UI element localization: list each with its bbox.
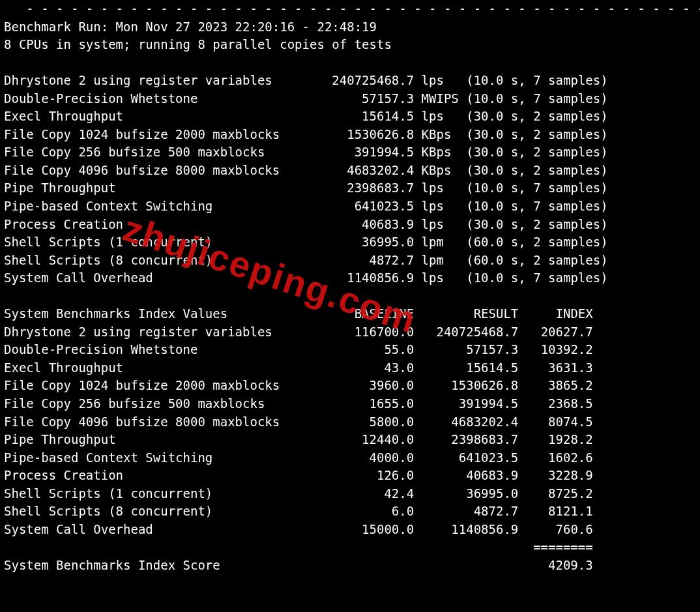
result-value: 1140856.9	[302, 270, 415, 285]
divider-text: - - - - - - - - - - - - - - - - - - - - …	[4, 1, 700, 16]
index-name: Process Creation	[4, 468, 317, 482]
index-name: Shell Scripts (1 concurrent)	[4, 486, 317, 501]
index-row: File Copy 4096 bufsize 8000 maxblocks 58…	[4, 413, 696, 431]
result-row: File Copy 1024 bufsize 2000 maxblocks 15…	[4, 126, 696, 144]
result-name: System Call Overhead	[4, 270, 302, 285]
index-baseline: 1655.0	[317, 396, 414, 411]
result-unit: lps	[414, 181, 466, 195]
index-name: File Copy 4096 bufsize 8000 maxblocks	[4, 415, 317, 429]
result-row: Execl Throughput 15614.5 lps (30.0 s, 2 …	[4, 108, 696, 126]
index-row: Shell Scripts (1 concurrent) 42.4 36995.…	[4, 485, 696, 503]
index-header-row: System Benchmarks Index Values BASELINE …	[4, 305, 696, 323]
index-result: 641023.5	[414, 450, 518, 465]
result-info: (30.0 s, 2 samples)	[466, 145, 607, 159]
index-header-index: INDEX	[518, 306, 592, 321]
index-result: 36995.0	[414, 486, 518, 501]
result-info: (30.0 s, 2 samples)	[466, 217, 607, 231]
cpu-text: 8 CPUs in system; running 8 parallel cop…	[4, 37, 392, 51]
index-row: Shell Scripts (8 concurrent) 6.0 4872.7 …	[4, 503, 696, 521]
index-baseline: 126.0	[317, 468, 414, 482]
index-index: 3228.9	[518, 468, 592, 482]
result-row: File Copy 256 bufsize 500 maxblocks 3919…	[4, 143, 696, 162]
index-index: 3631.3	[518, 360, 592, 375]
result-value: 240725468.7	[302, 73, 415, 87]
result-info: (60.0 s, 2 samples)	[466, 235, 607, 249]
result-name: Pipe-based Context Switching	[4, 199, 302, 213]
index-index: 8074.5	[518, 415, 592, 429]
result-value: 1530626.8	[302, 127, 415, 141]
result-info: (10.0 s, 7 samples)	[466, 199, 607, 213]
index-index: 760.6	[518, 522, 592, 536]
index-name: Shell Scripts (8 concurrent)	[4, 504, 317, 518]
result-info: (60.0 s, 2 samples)	[466, 253, 607, 267]
benchmark-run-text: Benchmark Run: Mon Nov 27 2023 22:20:16 …	[4, 20, 377, 34]
index-row: Pipe Throughput 12440.0 2398683.7 1928.2	[4, 431, 696, 449]
index-divider: ========	[533, 540, 593, 554]
index-name: Double-Precision Whetstone	[4, 342, 317, 357]
index-baseline: 6.0	[317, 504, 414, 518]
result-info: (30.0 s, 2 samples)	[466, 127, 607, 141]
index-result: 240725468.7	[414, 325, 518, 339]
index-score-row: System Benchmarks Index Score 4209.3	[4, 557, 696, 575]
result-name: Shell Scripts (8 concurrent)	[4, 253, 302, 267]
index-result: 1530626.8	[414, 378, 518, 392]
result-info: (30.0 s, 2 samples)	[466, 163, 607, 177]
index-result: 40683.9	[414, 468, 518, 482]
blank-line	[4, 287, 696, 306]
result-unit: lps	[414, 217, 466, 231]
result-unit: lps	[414, 199, 466, 213]
result-name: File Copy 1024 bufsize 2000 maxblocks	[4, 127, 302, 141]
result-value: 2398683.7	[302, 181, 415, 195]
result-value: 36995.0	[302, 235, 415, 249]
index-result: 391994.5	[414, 396, 518, 411]
index-row: Dhrystone 2 using register variables 116…	[4, 323, 696, 342]
result-row: System Call Overhead 1140856.9 lps (10.0…	[4, 269, 696, 287]
index-name: File Copy 1024 bufsize 2000 maxblocks	[4, 378, 317, 392]
terminal-output: - - - - - - - - - - - - - - - - - - - - …	[0, 0, 700, 575]
index-name: File Copy 256 bufsize 500 maxblocks	[4, 396, 317, 411]
blank-line	[4, 54, 696, 72]
index-index: 1602.6	[518, 450, 592, 465]
index-header-result: RESULT	[414, 306, 518, 321]
index-result: 1140856.9	[414, 522, 518, 536]
result-name: Shell Scripts (1 concurrent)	[4, 235, 302, 249]
index-name: Pipe-based Context Switching	[4, 450, 317, 465]
index-row: File Copy 256 bufsize 500 maxblocks 1655…	[4, 395, 696, 413]
result-unit: KBps	[414, 163, 466, 177]
result-value: 641023.5	[302, 199, 415, 213]
index-name: Pipe Throughput	[4, 432, 317, 446]
index-baseline: 55.0	[317, 342, 414, 357]
result-value: 391994.5	[302, 145, 415, 159]
index-index: 3865.2	[518, 378, 592, 392]
index-score-value: 4209.3	[518, 558, 592, 572]
result-unit: lps	[414, 109, 466, 123]
index-index: 20627.7	[518, 325, 592, 339]
index-baseline: 4000.0	[317, 450, 414, 465]
benchmark-run-line: Benchmark Run: Mon Nov 27 2023 22:20:16 …	[4, 18, 696, 36]
result-row: File Copy 4096 bufsize 8000 maxblocks 46…	[4, 162, 696, 180]
index-index: 2368.5	[518, 396, 592, 411]
index-name: Execl Throughput	[4, 360, 317, 375]
index-row: System Call Overhead 15000.0 1140856.9 7…	[4, 521, 696, 539]
result-info: (10.0 s, 7 samples)	[466, 270, 607, 285]
result-unit: lpm	[414, 253, 466, 267]
result-value: 40683.9	[302, 217, 415, 231]
result-value: 4683202.4	[302, 163, 415, 177]
index-name: System Call Overhead	[4, 522, 317, 536]
index-header-title: System Benchmarks Index Values	[4, 306, 317, 321]
result-value: 4872.7	[302, 253, 415, 267]
result-unit: KBps	[414, 145, 466, 159]
index-baseline: 12440.0	[317, 432, 414, 446]
result-info: (10.0 s, 7 samples)	[466, 181, 607, 195]
result-unit: lps	[414, 270, 466, 285]
result-row: Dhrystone 2 using register variables 240…	[4, 72, 696, 90]
result-row: Double-Precision Whetstone 57157.3 MWIPS…	[4, 90, 696, 108]
index-result: 4872.7	[414, 504, 518, 518]
result-row: Process Creation 40683.9 lps (30.0 s, 2 …	[4, 216, 696, 234]
result-name: File Copy 4096 bufsize 8000 maxblocks	[4, 163, 302, 177]
result-info: (10.0 s, 7 samples)	[466, 73, 607, 87]
result-info: (30.0 s, 2 samples)	[466, 109, 607, 123]
result-info: (10.0 s, 7 samples)	[466, 91, 607, 106]
index-result: 2398683.7	[414, 432, 518, 446]
result-name: Execl Throughput	[4, 109, 302, 123]
